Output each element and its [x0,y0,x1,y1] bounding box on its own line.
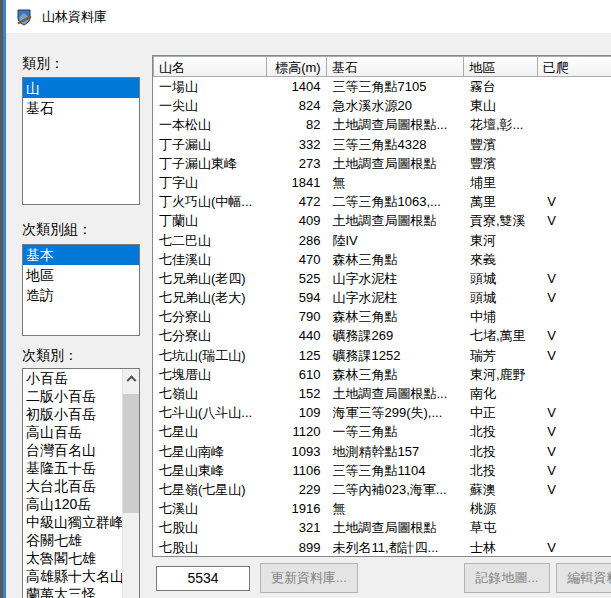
subcategory-item[interactable]: 太魯閣七雄 [23,549,122,567]
cell-region: 豐濱 [464,135,537,154]
cell-region: 東河,鹿野 [464,365,537,384]
table-row[interactable]: 丁蘭山409土地調查局圖根點貢寮,雙溪V [153,211,611,230]
cell-basestone: 陸IV [326,231,463,250]
table-row[interactable]: 七兄弟山(老大)594山字水泥柱頭城V [153,288,611,307]
table-row[interactable]: 七嶺山152土地調查局圖根點...南化 [153,384,611,403]
cell-climbed: V [537,480,611,499]
column-header-name[interactable]: 山名 [153,56,267,77]
table-row[interactable]: 七股山321土地調查局圖根點草屯 [153,518,611,537]
subcategory-item[interactable]: 高雄縣十大名山 [23,567,122,585]
table-row[interactable]: 七分寮山440礦務課269七堵,萬里V [153,326,611,345]
table-row[interactable]: 七星山南峰1093地測精幹點157北投V [153,442,611,461]
category-label: 類別： [22,55,64,73]
cell-region: 頭城 [464,288,537,307]
subcategory-label: 次類別： [22,347,78,365]
subcategory-item[interactable]: 谷關七雄 [23,531,122,549]
table-row[interactable]: 一場山1404三等三角點7105霧台 [153,77,611,96]
cell-elevation: 332 [266,135,326,154]
table-row[interactable]: 七星山1120一等三角點北投V [153,422,611,441]
title-bar[interactable]: 山林資料庫 [6,0,611,33]
cell-elevation: 525 [266,269,326,288]
subcategory-listbox[interactable]: 小百岳二版小百岳初版小百岳高山百岳台灣百名山基隆五十岳大台北百岳高山120岳中級… [22,368,140,598]
table-row[interactable]: 一尖山824急水溪水源20東山 [153,96,611,115]
category-item[interactable]: 山 [23,78,139,98]
app-icon[interactable] [15,8,33,26]
cell-climbed [537,499,611,518]
cell-elevation: 1106 [266,461,326,480]
table-row[interactable]: 丁子漏山332三等三角點4328豐濱 [153,135,611,154]
cell-climbed: V [537,211,611,230]
subcategory-item[interactable]: 小百岳 [23,369,122,387]
cell-region: 霧台 [464,77,537,96]
cell-region: 花壇,彰... [464,115,537,134]
cell-basestone: 森林三角點 [326,250,463,269]
cell-climbed: V [537,288,611,307]
table-row[interactable]: 七二巴山286陸IV東河 [153,231,611,250]
cell-climbed: V [537,192,611,211]
table-row[interactable]: 七股山899未列名11,都計四...士林V [153,538,611,557]
column-header-basestone[interactable]: 基石 [327,56,465,77]
subcategory-item[interactable]: 台灣百名山 [23,441,122,459]
cell-basestone: 地測精幹點157 [326,442,463,461]
subcategory-scrollbar[interactable] [122,369,139,598]
cell-elevation: 1120 [266,422,326,441]
column-header-elevation[interactable]: 標高(m) [267,56,327,77]
table-row[interactable]: 七坑山(瑞工山)125礦務課1252瑞芳V [153,346,611,365]
subgroup-item[interactable]: 基本 [23,245,139,265]
cell-elevation: 1093 [266,442,326,461]
cell-elevation: 470 [266,250,326,269]
cell-elevation: 109 [266,403,326,422]
table-row[interactable]: 七溪山1916無桃源 [153,499,611,518]
cell-climbed: V [537,442,611,461]
cell-region: 北投 [464,461,537,480]
category-listbox[interactable]: 山基石 [22,77,140,205]
cell-elevation: 1404 [266,77,326,96]
subcategory-item[interactable]: 中級山獨立群峰 [23,513,122,531]
subgroup-item[interactable]: 地區 [23,265,139,285]
scroll-up-button[interactable] [123,369,139,386]
cell-name: 七股山 [153,518,266,537]
table-row[interactable]: 七星嶺(七星山)229二等內補023,海軍...蘇澳V [153,480,611,499]
cell-region: 七堵,萬里 [464,326,537,345]
update-database-button[interactable]: 更新資料庫... [260,563,358,593]
cell-climbed: V [537,422,611,441]
cell-basestone: 山字水泥柱 [326,269,463,288]
cell-region: 來義 [464,250,537,269]
category-item[interactable]: 基石 [23,98,139,118]
cell-region: 中正 [464,403,537,422]
subcategory-item[interactable]: 高山百岳 [23,423,122,441]
table-row[interactable]: 丁子漏山東峰273土地調查局圖根點豐濱 [153,154,611,173]
table-row[interactable]: 七星山東峰1106三等三角點1104北投V [153,461,611,480]
column-header-region[interactable]: 地區 [464,56,537,77]
subcategory-item[interactable]: 基隆五十岳 [23,459,122,477]
table-row[interactable]: 七塊厝山610森林三角點東河,鹿野 [153,365,611,384]
subgroup-item[interactable]: 造訪 [23,285,139,305]
subgroup-listbox[interactable]: 基本地區造訪 [22,244,140,336]
cell-name: 七溪山 [153,499,266,518]
cell-climbed [537,154,611,173]
cell-climbed: V [537,326,611,345]
record-map-button[interactable]: 記錄地圖... [464,563,550,593]
table-row[interactable]: 七兄弟山(老四)525山字水泥柱頭城V [153,269,611,288]
cell-elevation: 229 [266,480,326,499]
table-row[interactable]: 丁火巧山(中幅...472二等三角點1063,...萬里V [153,192,611,211]
cell-name: 七嶺山 [153,384,266,403]
table-row[interactable]: 七斗山(八斗山...109海軍三等299(失),...中正V [153,403,611,422]
cell-basestone: 山字水泥柱 [326,288,463,307]
subcategory-item[interactable]: 初版小百岳 [23,405,122,423]
subcategory-item[interactable]: 高山120岳 [23,495,122,513]
scrollbar-thumb[interactable] [123,394,140,513]
table-row[interactable]: 一本松山82土地調查局圖根點...花壇,彰... [153,115,611,134]
cell-region: 東山 [464,96,537,115]
cell-name: 丁子漏山東峰 [153,154,266,173]
subcategory-item[interactable]: 大台北百岳 [23,477,122,495]
cell-climbed [537,250,611,269]
table-row[interactable]: 丁字山1841無埔里 [153,173,611,192]
subcategory-item[interactable]: 二版小百岳 [23,387,122,405]
cell-basestone: 土地調查局圖根點 [326,154,463,173]
table-row[interactable]: 七分寮山790森林三角點中埔 [153,307,611,326]
edit-data-button[interactable]: 編輯資料... [556,563,611,593]
subcategory-item[interactable]: 蘭萬大三怪 [23,585,122,598]
column-header-climbed[interactable]: 已爬 [538,56,611,77]
table-row[interactable]: 七佳溪山470森林三角點來義 [153,250,611,269]
